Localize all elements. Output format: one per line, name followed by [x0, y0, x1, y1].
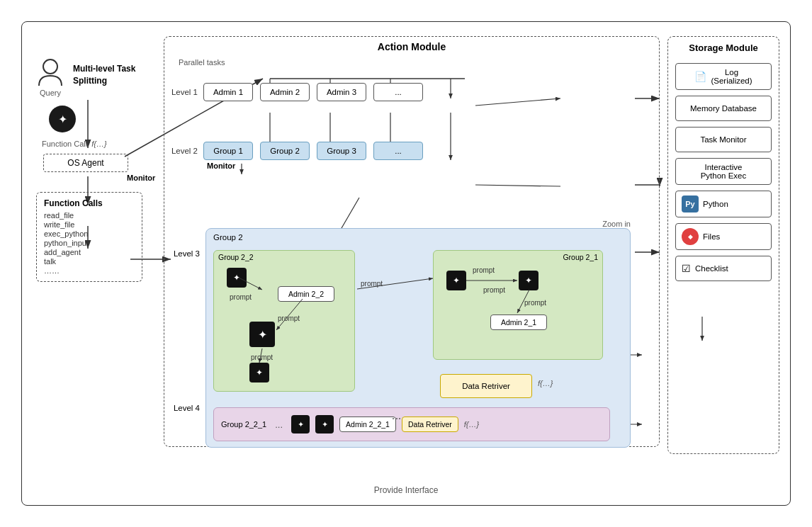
admin22-box: Admin 2_2: [278, 286, 334, 302]
parallel-tasks-label: Parallel tasks: [179, 58, 225, 67]
prompt-label-21c: prompt: [524, 299, 546, 307]
storage-module: Storage Module 📄 Log (Serialized) Memory…: [667, 36, 779, 454]
gpt-group22-bot: ✦: [249, 322, 275, 347]
group-dots-box: ...: [373, 142, 423, 160]
checklist-icon: ☑: [682, 263, 691, 274]
os-agent-box: OS Agent: [43, 154, 128, 172]
admin221-box: Admin 2_2_1: [339, 416, 396, 432]
group21-area: Group 2_1 ✦ ✦ Admin 2_1 prompt prompt pr…: [433, 250, 603, 360]
multitask-label: Multi-level Task Splitting: [73, 63, 150, 87]
f-curly-l3: f{…}: [538, 379, 553, 387]
f-curly-1: f{…}: [91, 140, 106, 148]
python-icon: Py: [682, 196, 699, 212]
left-panel: Query Multi-level Task Splitting ✦ Funct…: [36, 50, 150, 282]
gpt-21-right: ✦: [519, 271, 538, 290]
prompt-between: prompt: [361, 280, 383, 288]
monitor-label-level2: Monitor: [207, 162, 235, 170]
group1-box: Group 1: [203, 142, 253, 160]
person-svg: [36, 57, 64, 87]
zoom-label: Zoom in: [602, 220, 631, 228]
admin3-box: Admin 3: [317, 83, 366, 101]
func-add-agent: add_agent: [44, 248, 135, 256]
query-label: Query: [40, 89, 61, 97]
data-retriver-l4: Data Retriver: [402, 416, 458, 432]
func-exec-python: exec_python: [44, 230, 135, 238]
gpt-group22-top: ✦: [227, 268, 247, 288]
group22-area: Group 2_2 ✦ Admin 2_2 prompt ✦ prompt: [213, 250, 355, 392]
func-python-input: python_input: [44, 239, 135, 247]
function-calls-box: Function Calls read_file write_file exec…: [36, 192, 142, 282]
monitor-label-left: Monitor: [127, 174, 150, 182]
prompt-label-2: prompt: [278, 314, 300, 322]
prompt-label-21a: prompt: [473, 266, 495, 274]
prompt-label-21b: prompt: [483, 286, 505, 294]
admin-dots-box: ...: [373, 83, 423, 101]
f-curly-l4: f{…}: [464, 420, 479, 429]
vertical-dots: ⋮: [391, 414, 402, 425]
gpt-icon: ✦: [49, 106, 76, 132]
files-icon: ◆: [682, 228, 699, 245]
svg-point-33: [43, 60, 57, 74]
function-calls-title: Function Calls: [44, 198, 135, 208]
action-module-title: Action Module: [164, 37, 659, 55]
storage-files: ◆ Files: [675, 223, 772, 250]
data-retriver-l3: Data Retriver: [440, 374, 532, 398]
group21-label: Group 2_1: [434, 251, 602, 264]
storage-memory-db: Memory Database: [675, 96, 772, 121]
gpt-box: ✦: [49, 106, 150, 132]
prompt-label-1: prompt: [230, 293, 252, 301]
gpt-l4-1: ✦: [291, 415, 310, 434]
function-call-row: Function Call f{…}: [42, 140, 150, 148]
level1-boxes: Admin 1 Admin 2 Admin 3 ...: [203, 83, 423, 101]
user-section: Query Multi-level Task Splitting: [36, 57, 150, 97]
function-call-label: Function Call: [42, 140, 87, 148]
group2-label: Group 2: [206, 229, 630, 242]
storage-python: Py Python: [675, 191, 772, 217]
group3-box: Group 3: [317, 142, 366, 160]
level1-row: Level 1 Admin 1 Admin 2 Admin 3 ...: [164, 83, 659, 101]
level4-dots: ...: [275, 419, 283, 430]
admin1-box: Admin 1: [203, 83, 253, 101]
storage-task-monitor: Task Monitor: [675, 127, 772, 152]
level2-boxes: Group 1 Group 2 Group 3 ...: [203, 142, 423, 160]
level4-group-label: Group 2_2_1: [221, 420, 266, 429]
level3-label: Level 3: [164, 249, 205, 258]
prompt-label-3: prompt: [251, 353, 273, 361]
level2-label: Level 2: [164, 147, 203, 155]
level4-outer-label: Level 4: [164, 404, 205, 412]
func-more: ……: [44, 266, 135, 275]
group22-label: Group 2_2: [214, 251, 354, 264]
group21-arrows: [434, 251, 602, 359]
zoom-area: Group 2 Group 2_2 ✦ Admin 2_2 prompt ✦: [205, 228, 631, 448]
level2-row: Level 2 Group 1 Group 2 Group 3 ... Moni…: [164, 142, 659, 170]
level1-label: Level 1: [164, 88, 203, 96]
storage-python-exec: Interactive Python Exec: [675, 158, 772, 185]
main-container: Query Multi-level Task Splitting ✦ Funct…: [21, 21, 791, 506]
level4-area: Group 2_2_1 ... ✦ ✦ Admin 2_2_1 Data Ret…: [213, 407, 610, 441]
func-talk: talk: [44, 257, 135, 266]
storage-log: 📄 Log (Serialized): [675, 63, 772, 90]
group2-box: Group 2: [260, 142, 310, 160]
func-read-file: read_file: [44, 211, 135, 220]
provide-interface: Provide Interface: [374, 485, 439, 495]
gpt-group22-very-bot: ✦: [249, 363, 269, 382]
storage-module-title: Storage Module: [668, 37, 779, 57]
user-icon: Query: [36, 57, 64, 97]
os-agent-label: OS Agent: [67, 158, 103, 168]
log-icon: 📄: [694, 71, 706, 82]
gpt-21-left: ✦: [446, 271, 466, 290]
action-module: Action Module Parallel tasks Level 1 Adm…: [164, 36, 660, 447]
storage-checklist: ☑ Checklist: [675, 256, 772, 281]
gpt-l4-2: ✦: [315, 415, 334, 434]
admin21-box: Admin 2_1: [490, 314, 547, 330]
admin2-box: Admin 2: [260, 83, 310, 101]
func-write-file: write_file: [44, 220, 135, 229]
